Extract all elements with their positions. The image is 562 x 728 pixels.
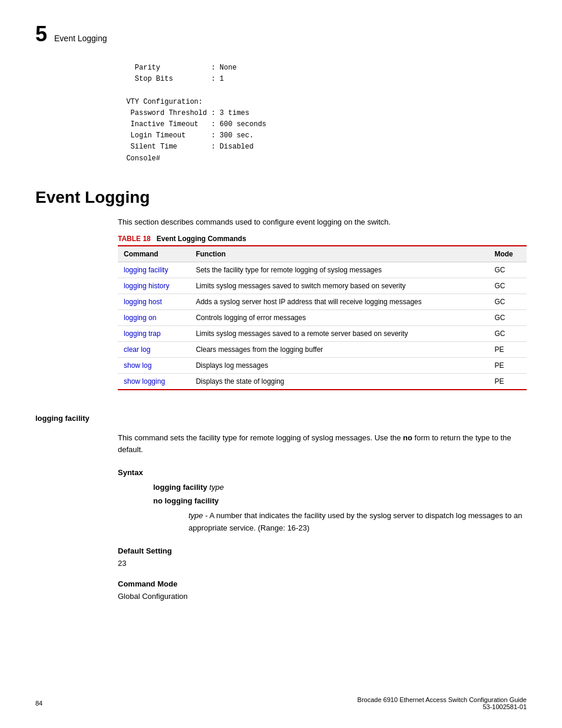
cell-function: Sets the facility type for remote loggin… [190, 262, 488, 278]
cell-command[interactable]: logging trap [118, 325, 190, 341]
cell-command[interactable]: show log [118, 357, 190, 373]
subsection-description: This command sets the facility type for … [118, 432, 527, 457]
footer-doc-title: Brocade 6910 Ethernet Access Switch Conf… [358, 696, 527, 703]
table-container: TABLE 18 Event Logging Commands Command … [118, 235, 527, 390]
chapter-number: 5 [35, 24, 47, 45]
syntax-italic-1: type [209, 483, 224, 492]
cell-mode: GC [488, 278, 527, 294]
table-row: logging onControls logging of error mess… [118, 309, 527, 325]
syntax-line-2: no logging facility [153, 496, 527, 505]
cell-function: Controls logging of error messages [190, 309, 488, 325]
syntax-bold-1: logging facility [153, 483, 209, 492]
page-footer: 84 Brocade 6910 Ethernet Access Switch C… [0, 696, 562, 710]
subsection-heading: logging facility [35, 414, 527, 423]
cell-function: Adds a syslog server host IP address tha… [190, 294, 488, 309]
table-row: logging facilitySets the facility type f… [118, 262, 527, 278]
desc-bold: no [403, 433, 412, 442]
footer-right: Brocade 6910 Ethernet Access Switch Conf… [358, 696, 527, 710]
syntax-heading: Syntax [118, 468, 527, 477]
table-number: TABLE 18 [118, 235, 151, 243]
cell-mode: PE [488, 357, 527, 373]
desc-part1: This command sets the facility type for … [118, 433, 403, 442]
cell-function: Limits syslog messages saved to a remote… [190, 325, 488, 341]
table-row: clear logClears messages from the loggin… [118, 341, 527, 357]
cell-mode: GC [488, 294, 527, 309]
table-row: show logDisplays log messagesPE [118, 357, 527, 373]
cell-function: Clears messages from the logging buffer [190, 341, 488, 357]
cell-command[interactable]: logging facility [118, 262, 190, 278]
col-mode: Mode [488, 246, 527, 262]
cell-command[interactable]: show logging [118, 373, 190, 390]
table-row: logging trapLimits syslog messages saved… [118, 325, 527, 341]
cell-mode: GC [488, 262, 527, 278]
cell-command[interactable]: logging on [118, 309, 190, 325]
cmdmode-heading: Command Mode [118, 579, 527, 588]
cell-mode: GC [488, 325, 527, 341]
event-logging-table: Command Function Mode logging facilitySe… [118, 245, 527, 390]
cmdmode-value: Global Configuration [118, 592, 527, 601]
cell-command[interactable]: logging host [118, 294, 190, 309]
syntax-bold-2: no logging facility [153, 496, 219, 505]
footer-page-number: 84 [35, 700, 42, 707]
cell-function: Displays log messages [190, 357, 488, 373]
table-row: show loggingDisplays the state of loggin… [118, 373, 527, 390]
table-row: logging hostAdds a syslog server host IP… [118, 294, 527, 309]
cell-command[interactable]: logging history [118, 278, 190, 294]
col-function: Function [190, 246, 488, 262]
table-title: Event Logging Commands [157, 235, 246, 243]
param-text: - A number that indicates the facility u… [189, 511, 523, 532]
chapter-title-header: Event Logging [54, 34, 107, 43]
syntax-line-1: logging facility type [153, 483, 527, 492]
col-command: Command [118, 246, 190, 262]
section-heading: Event Logging [35, 188, 527, 207]
default-heading: Default Setting [118, 546, 527, 555]
table-header-row: Command Function Mode [118, 246, 527, 262]
cell-mode: PE [488, 341, 527, 357]
cell-mode: GC [488, 309, 527, 325]
param-label: type [189, 511, 203, 520]
cell-function: Displays the state of logging [190, 373, 488, 390]
cell-command[interactable]: clear log [118, 341, 190, 357]
cell-mode: PE [488, 373, 527, 390]
cell-function: Limits syslog messages saved to switch m… [190, 278, 488, 294]
code-block: Parity : None Stop Bits : 1 VTY Configur… [118, 62, 527, 164]
footer-doc-number: 53-1002581-01 [358, 703, 527, 710]
param-description: type - A number that indicates the facil… [189, 510, 527, 535]
section-intro: This section describes commands used to … [118, 218, 527, 226]
table-row: logging historyLimits syslog messages sa… [118, 278, 527, 294]
default-value: 23 [118, 559, 527, 568]
chapter-header: 5 Event Logging [35, 24, 527, 45]
table-label: TABLE 18 Event Logging Commands [118, 235, 527, 243]
